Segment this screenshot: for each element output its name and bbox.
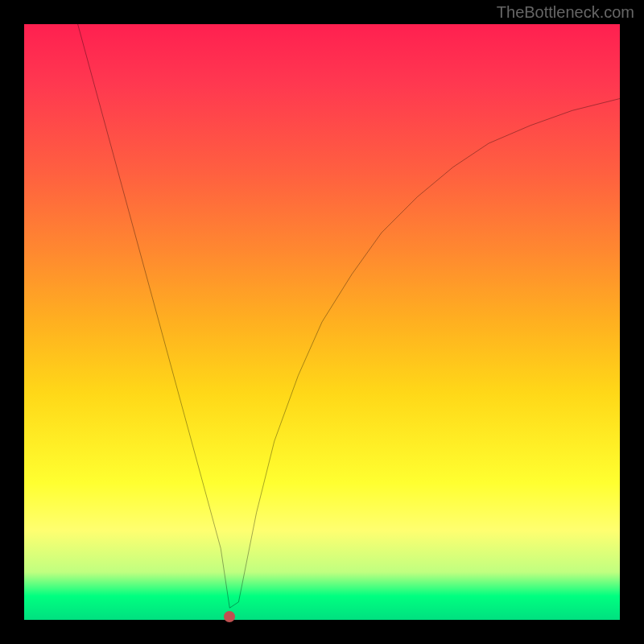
watermark-text: TheBottleneck.com <box>497 3 634 22</box>
bottleneck-curve <box>78 24 620 608</box>
optimal-point-marker <box>224 611 235 622</box>
chart-plot-area <box>24 24 620 620</box>
curve-svg <box>24 24 620 620</box>
